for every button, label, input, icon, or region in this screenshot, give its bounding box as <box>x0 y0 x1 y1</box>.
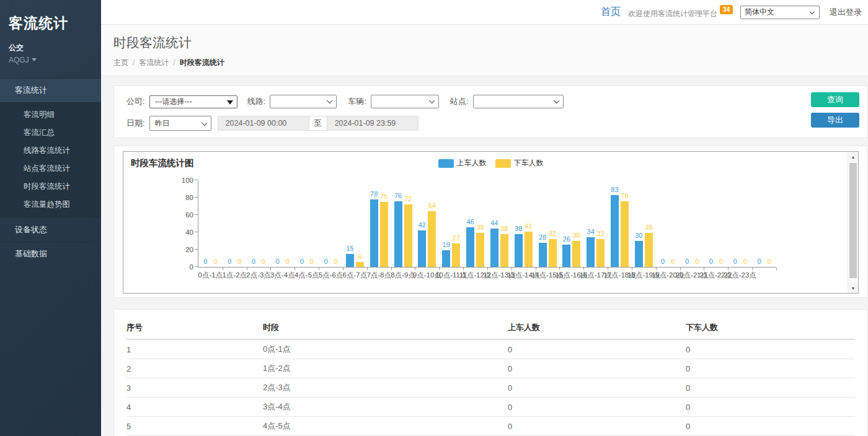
sidebar-item-8[interactable]: 基础数据 <box>0 242 101 266</box>
sidebar-subitem-2[interactable]: 客流汇总 <box>0 124 101 142</box>
date-preset-select[interactable]: 昨日 <box>149 116 211 131</box>
line-select[interactable] <box>270 95 337 108</box>
bar-slot: 38 <box>500 181 508 267</box>
bar-value-label: 0 <box>334 258 337 265</box>
chart-category-13: 384113点-14点 <box>512 181 536 267</box>
table-row: 43点-4点00 <box>126 398 855 417</box>
sidebar-item-7[interactable]: 设备状态 <box>0 217 101 242</box>
sidebar-subitem-5[interactable]: 时段客流统计 <box>0 178 101 196</box>
logout-link[interactable]: 退出登录 <box>830 7 862 18</box>
bar-下车人数-8 <box>404 204 412 267</box>
station-select[interactable] <box>473 95 564 108</box>
bar-下车人数-7 <box>380 202 388 267</box>
scrollbar-thumb[interactable] <box>849 163 857 278</box>
legend-item-0[interactable]: 上车人数 <box>438 158 487 168</box>
table-cell: 0 <box>508 359 686 378</box>
bar-下车人数-10 <box>452 243 460 267</box>
chart-category-5: 005点-6点 <box>319 181 343 267</box>
chart-category-4: 004点-5点 <box>294 181 319 267</box>
bar-slot: 32 <box>596 181 604 267</box>
breadcrumb-item-2: 时段客流统计 <box>180 58 224 67</box>
sidebar-subitem-3[interactable]: 线路客流统计 <box>0 142 101 160</box>
table-cell: 0 <box>686 339 855 359</box>
bar-slot: 0 <box>741 181 749 267</box>
x-axis-category-label: 2点-3点 <box>246 271 271 280</box>
bar-slot: 0 <box>669 181 677 267</box>
table-cell: 0 <box>686 359 855 378</box>
chevron-down-icon <box>429 98 435 103</box>
sidebar-subitem-6[interactable]: 客流量趋势图 <box>0 196 101 214</box>
y-axis-tick-label: 80 <box>185 194 193 201</box>
bar-value-label: 0 <box>733 258 737 265</box>
start-datetime-input[interactable]: 2024-01-09 00:00 <box>218 116 309 131</box>
scroll-down-arrow-icon[interactable]: ▼ <box>848 283 858 293</box>
language-select[interactable]: 简体中文 <box>740 6 820 19</box>
home-link[interactable]: 首页 <box>601 6 621 19</box>
bar-value-label: 44 <box>490 219 498 227</box>
date-preset-value: 昨日 <box>155 118 170 129</box>
table-cell: 0 <box>686 378 855 398</box>
bar-slot: 0 <box>765 181 773 267</box>
bar-下车人数-15 <box>572 241 580 267</box>
main-area: 首页 欢迎使用客流统计管理平台34 简体中文 退出登录 时段客流统计 主页/客流… <box>101 0 868 436</box>
org-code-dropdown[interactable]: AQGJ <box>9 56 92 64</box>
chart-category-2: 002点-3点 <box>247 181 271 267</box>
bar-value-label: 0 <box>767 258 771 265</box>
scroll-up-arrow-icon[interactable]: ▲ <box>848 152 858 162</box>
chart-category-6: 1566点-7点 <box>343 181 367 267</box>
table-cell: 5 <box>126 417 263 436</box>
bar-value-label: 0 <box>228 258 231 265</box>
sidebar: 客流统计 公交 AQGJ 客流统计客流明细客流汇总线路客流统计站点客流统计时段客… <box>0 0 101 436</box>
bar-value-label: 38 <box>515 225 522 232</box>
bar-value-label: 0 <box>237 258 241 265</box>
bar-slot: 0 <box>211 181 219 267</box>
chevron-down-icon <box>553 98 559 103</box>
breadcrumb-item-1[interactable]: 客流统计 <box>139 58 169 67</box>
sidebar-subitem-4[interactable]: 站点客流统计 <box>0 160 101 178</box>
table-row: 10点-1点00 <box>126 339 855 359</box>
end-datetime-input[interactable]: 2024-01-09 23:59 <box>327 116 418 131</box>
bar-value-label: 42 <box>418 221 426 229</box>
export-button[interactable]: 导出 <box>811 113 859 128</box>
bar-slot: 0 <box>283 181 291 267</box>
query-button[interactable]: 查询 <box>811 92 859 107</box>
bar-slot: 0 <box>308 181 316 267</box>
bar-value-label: 0 <box>671 258 675 265</box>
table-cell: 0 <box>508 339 686 359</box>
bar-value-label: 38 <box>500 225 508 232</box>
sidebar-item-0[interactable]: 客流统计 <box>0 78 101 102</box>
vehicle-select[interactable] <box>371 95 439 108</box>
bar-value-label: 0 <box>286 258 290 265</box>
bar-slot: 83 <box>611 181 619 267</box>
table-cell: 0 <box>686 417 855 436</box>
chart-scrollbar[interactable]: ▲ ▼ <box>848 152 858 293</box>
table-cell: 0 <box>508 398 686 417</box>
bar-slot: 0 <box>322 181 330 267</box>
sidebar-submenu: 客流明细客流汇总线路客流统计站点客流统计时段客流统计客流量趋势图 <box>0 102 101 217</box>
y-axis-tick-label: 40 <box>185 229 193 236</box>
x-axis-category-label: 7点-8点 <box>366 271 391 280</box>
bar-value-label: 0 <box>709 258 713 265</box>
breadcrumb-item-0[interactable]: 主页 <box>113 58 128 67</box>
chart-title: 时段车流统计图 <box>131 157 194 169</box>
table-cell: 1 <box>126 339 263 359</box>
table-cell: 0 <box>508 378 686 398</box>
bar-value-label: 32 <box>597 230 604 237</box>
action-buttons: 查询 导出 <box>811 92 859 128</box>
date-range-to-label: 至 <box>309 116 327 131</box>
sidebar-subitem-1[interactable]: 客流明细 <box>0 106 101 124</box>
filter-row-2: 日期: 昨日 2024-01-09 00:00 至 2024-01-09 23:… <box>123 115 859 131</box>
bar-value-label: 39 <box>645 224 652 231</box>
legend-item-1[interactable]: 下车人数 <box>495 158 544 168</box>
bar-value-label: 64 <box>428 202 436 209</box>
bar-slot: 46 <box>466 181 474 267</box>
bar-value-label: 0 <box>695 258 699 265</box>
company-select[interactable]: ---请选择--- <box>149 95 237 108</box>
title-section: 时段客流统计 主页/客流统计/时段客流统计 <box>101 25 868 76</box>
bar-上车人数-16 <box>587 237 595 267</box>
bar-value-label: 30 <box>635 232 642 239</box>
bar-下车人数-18 <box>645 233 653 267</box>
x-axis-category-label: 8点-9点 <box>391 271 415 280</box>
table-cell: 2 <box>126 359 263 378</box>
station-label: 站点: <box>450 96 469 107</box>
